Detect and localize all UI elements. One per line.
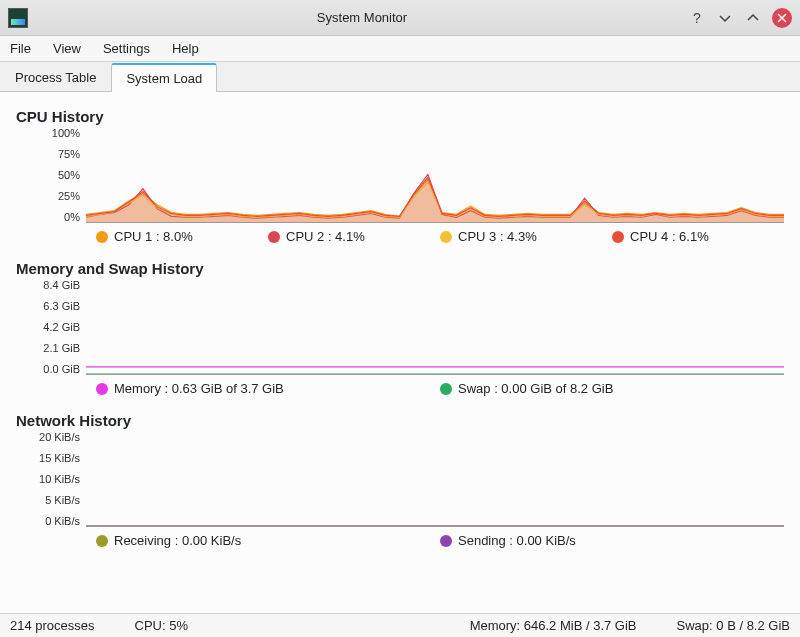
legend-label: CPU 4 : 6.1% — [630, 229, 709, 244]
titlebar: System Monitor ? — [0, 0, 800, 36]
legend-item: Sending : 0.00 KiB/s — [440, 533, 784, 548]
ytick: 8.4 GiB — [43, 279, 80, 291]
ytick: 10 KiB/s — [39, 473, 80, 485]
ytick: 15 KiB/s — [39, 452, 80, 464]
legend-item: Swap : 0.00 GiB of 8.2 GiB — [440, 381, 784, 396]
legend-label: CPU 3 : 4.3% — [458, 229, 537, 244]
ytick: 4.2 GiB — [43, 321, 80, 333]
network-chart: 20 KiB/s 15 KiB/s 10 KiB/s 5 KiB/s 0 KiB… — [16, 431, 784, 527]
ytick: 100% — [52, 127, 80, 139]
legend-item: Memory : 0.63 GiB of 3.7 GiB — [96, 381, 440, 396]
network-title: Network History — [16, 412, 784, 429]
ytick: 0 KiB/s — [45, 515, 80, 527]
legend-dot-icon — [440, 535, 452, 547]
network-legend: Receiving : 0.00 KiB/s Sending : 0.00 Ki… — [16, 527, 784, 558]
legend-dot-icon — [96, 535, 108, 547]
maximize-button[interactable] — [744, 9, 762, 27]
ytick: 50% — [58, 169, 80, 181]
cpu-chart: 100% 75% 50% 25% 0% — [16, 127, 784, 223]
ytick: 6.3 GiB — [43, 300, 80, 312]
content: CPU History 100% 75% 50% 25% 0% CPU 1 : … — [0, 92, 800, 558]
menu-settings[interactable]: Settings — [103, 41, 150, 56]
ytick: 75% — [58, 148, 80, 160]
legend-label: Sending : 0.00 KiB/s — [458, 533, 576, 548]
ytick: 2.1 GiB — [43, 342, 80, 354]
legend-dot-icon — [268, 231, 280, 243]
tab-process-table[interactable]: Process Table — [0, 63, 111, 91]
legend-item: CPU 3 : 4.3% — [440, 229, 612, 244]
app-icon — [8, 8, 28, 28]
legend-label: Memory : 0.63 GiB of 3.7 GiB — [114, 381, 284, 396]
menubar: File View Settings Help — [0, 36, 800, 62]
memory-legend: Memory : 0.63 GiB of 3.7 GiB Swap : 0.00… — [16, 375, 784, 406]
legend-label: CPU 2 : 4.1% — [286, 229, 365, 244]
cpu-title: CPU History — [16, 108, 784, 125]
legend-item: CPU 1 : 8.0% — [96, 229, 268, 244]
statusbar: 214 processes CPU: 5% Memory: 646.2 MiB … — [0, 613, 800, 637]
legend-dot-icon — [440, 383, 452, 395]
memory-yaxis: 8.4 GiB 6.3 GiB 4.2 GiB 2.1 GiB 0.0 GiB — [16, 279, 86, 375]
legend-label: Receiving : 0.00 KiB/s — [114, 533, 241, 548]
window-controls: ? — [688, 8, 792, 28]
close-button[interactable] — [772, 8, 792, 28]
minimize-button[interactable] — [716, 9, 734, 27]
legend-item: CPU 2 : 4.1% — [268, 229, 440, 244]
legend-dot-icon — [96, 231, 108, 243]
menu-file[interactable]: File — [10, 41, 31, 56]
tab-system-load[interactable]: System Load — [111, 63, 217, 92]
legend-dot-icon — [440, 231, 452, 243]
status-memory: Memory: 646.2 MiB / 3.7 GiB — [470, 618, 637, 633]
cpu-yaxis: 100% 75% 50% 25% 0% — [16, 127, 86, 223]
status-cpu: CPU: 5% — [135, 618, 188, 633]
tabbar: Process Table System Load — [0, 62, 800, 92]
legend-dot-icon — [96, 383, 108, 395]
legend-item: Receiving : 0.00 KiB/s — [96, 533, 440, 548]
window-title: System Monitor — [36, 10, 688, 25]
ytick: 0.0 GiB — [43, 363, 80, 375]
legend-label: Swap : 0.00 GiB of 8.2 GiB — [458, 381, 613, 396]
memory-title: Memory and Swap History — [16, 260, 784, 277]
status-processes: 214 processes — [10, 618, 95, 633]
legend-item: CPU 4 : 6.1% — [612, 229, 784, 244]
legend-label: CPU 1 : 8.0% — [114, 229, 193, 244]
status-swap: Swap: 0 B / 8.2 GiB — [677, 618, 790, 633]
ytick: 5 KiB/s — [45, 494, 80, 506]
memory-chart: 8.4 GiB 6.3 GiB 4.2 GiB 2.1 GiB 0.0 GiB — [16, 279, 784, 375]
legend-dot-icon — [612, 231, 624, 243]
menu-view[interactable]: View — [53, 41, 81, 56]
ytick: 25% — [58, 190, 80, 202]
memory-plot — [86, 279, 784, 375]
network-plot — [86, 431, 784, 527]
help-button[interactable]: ? — [688, 9, 706, 27]
ytick: 0% — [64, 211, 80, 223]
ytick: 20 KiB/s — [39, 431, 80, 443]
cpu-plot — [86, 127, 784, 223]
cpu-legend: CPU 1 : 8.0% CPU 2 : 4.1% CPU 3 : 4.3% C… — [16, 223, 784, 254]
menu-help[interactable]: Help — [172, 41, 199, 56]
network-yaxis: 20 KiB/s 15 KiB/s 10 KiB/s 5 KiB/s 0 KiB… — [16, 431, 86, 527]
